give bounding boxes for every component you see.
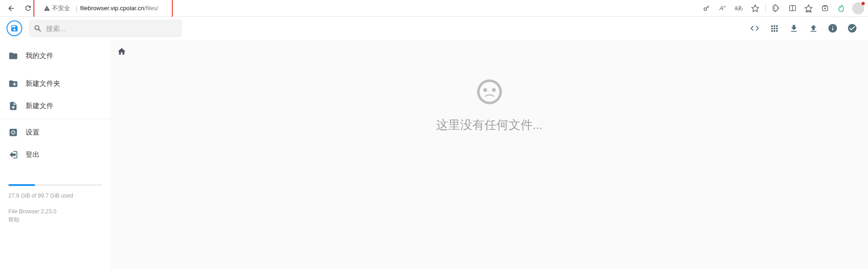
search-container: [29, 19, 182, 37]
sidebar-item-label: 新建文件夹: [26, 79, 60, 88]
folder-icon: [8, 51, 18, 61]
sidebar-item-new-folder[interactable]: 新建文件夹: [0, 72, 111, 95]
storage-text: 27.9 GiB of 99.7 GiB used: [8, 192, 102, 199]
new-folder-icon: [8, 79, 18, 89]
collections-icon[interactable]: [817, 2, 833, 15]
toggle-shell-icon[interactable]: [749, 23, 760, 34]
empty-message: 这里没有任何文件...: [436, 117, 543, 133]
sidebar-item-label: 我的文件: [26, 51, 53, 60]
sidebar-item-new-file[interactable]: 新建文件: [0, 95, 111, 117]
sidebar: 我的文件 新建文件夹 新建文件 设置 登出 27.9 GiB of 99.7 G…: [0, 17, 111, 269]
address-bar[interactable]: 不安全 | filebrowser.vip.cpolar.cn/files/: [37, 2, 697, 15]
select-all-icon[interactable]: [847, 23, 858, 34]
search-icon: [33, 24, 42, 33]
sad-face-icon: [475, 77, 504, 109]
download-icon[interactable]: [788, 23, 799, 34]
logout-icon: [8, 150, 18, 160]
upload-icon[interactable]: [808, 23, 819, 34]
home-icon: [117, 47, 126, 56]
breadcrumb: [111, 42, 868, 63]
new-file-icon: [8, 101, 18, 111]
security-indicator[interactable]: 不安全: [41, 4, 73, 13]
browser-chrome: 不安全 | filebrowser.vip.cpolar.cn/files/ A…: [0, 0, 868, 17]
translate-icon[interactable]: aあ: [731, 2, 747, 15]
help-link[interactable]: 帮助: [8, 216, 102, 224]
read-aloud-icon[interactable]: A»: [715, 2, 731, 15]
empty-state: 这里没有任何文件...: [111, 63, 868, 269]
split-screen-icon[interactable]: [784, 2, 800, 15]
sidebar-item-logout[interactable]: 登出: [0, 143, 111, 166]
address-separator: |: [76, 5, 77, 12]
app-logo[interactable]: [7, 20, 22, 36]
storage-progress: [8, 184, 102, 186]
app-topbar: [0, 17, 868, 40]
breadcrumb-home[interactable]: [117, 47, 126, 58]
sidebar-item-settings[interactable]: 设置: [0, 121, 111, 143]
favorite-icon[interactable]: [747, 2, 763, 15]
settings-icon: [8, 128, 18, 137]
main-content: 这里没有任何文件...: [111, 17, 868, 269]
grid-view-icon[interactable]: [769, 23, 780, 34]
extensions-icon[interactable]: [768, 2, 784, 15]
sidebar-item-my-files[interactable]: 我的文件: [0, 45, 111, 67]
browser-refresh-button[interactable]: [20, 2, 35, 15]
search-input[interactable]: [46, 25, 177, 32]
sidebar-item-label: 登出: [26, 150, 39, 159]
version-text: File Browser 2.23.0: [8, 208, 102, 215]
key-icon[interactable]: [698, 2, 714, 15]
security-label: 不安全: [52, 4, 70, 13]
sidebar-item-label: 设置: [26, 128, 39, 137]
url-text: filebrowser.vip.cpolar.cn/files/: [80, 5, 158, 12]
favorites-bar-icon[interactable]: [801, 2, 816, 15]
profile-avatar[interactable]: [852, 2, 864, 14]
info-icon[interactable]: [827, 23, 838, 34]
browser-back-button[interactable]: [4, 2, 19, 15]
performance-icon[interactable]: [833, 2, 849, 15]
sidebar-item-label: 新建文件: [26, 102, 53, 110]
